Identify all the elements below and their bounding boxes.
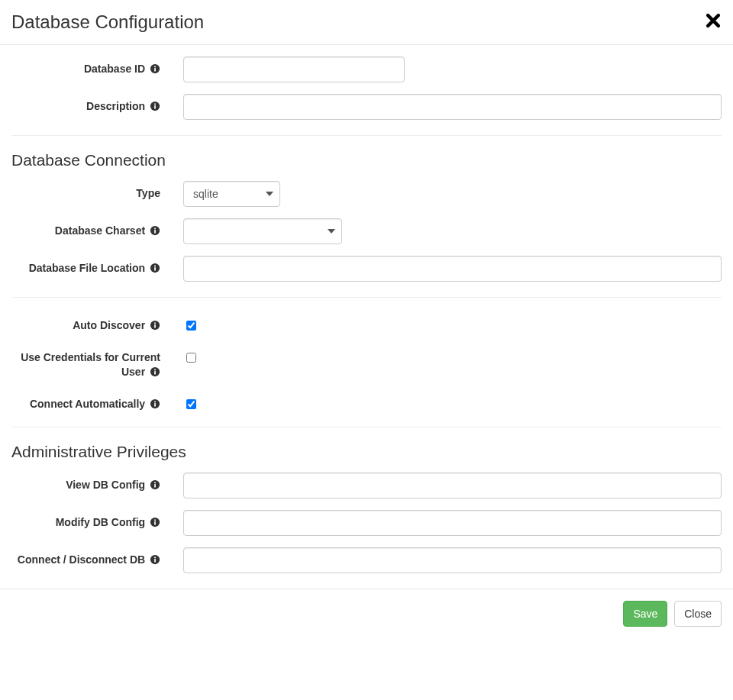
svg-rect-25: [154, 522, 156, 525]
svg-rect-14: [154, 323, 156, 324]
divider: [11, 135, 722, 136]
section-connection-title: Database Connection: [11, 151, 722, 169]
label-description: Description: [11, 94, 172, 115]
label-connect-db: Connect / Disconnect DB: [11, 547, 172, 568]
save-button[interactable]: Save: [623, 601, 667, 627]
svg-rect-26: [154, 520, 156, 521]
label-type-text: Type: [136, 187, 160, 199]
row-auto-discover: Auto Discover: [11, 313, 722, 334]
label-use-credentials: Use Credentials for Current User: [11, 345, 172, 380]
label-modify-config: Modify DB Config: [11, 510, 172, 531]
auto-discover-checkbox[interactable]: [186, 321, 196, 331]
label-file-location-text: Database File Location: [29, 262, 145, 274]
database-id-input[interactable]: [183, 56, 405, 82]
svg-rect-19: [154, 403, 156, 406]
row-file-location: Database File Location: [11, 256, 722, 282]
row-connect-db: Connect / Disconnect DB: [11, 547, 722, 573]
divider: [11, 427, 722, 427]
svg-rect-17: [154, 369, 156, 371]
row-connect-auto: Connect Automatically: [11, 392, 722, 412]
svg-rect-20: [154, 401, 156, 402]
svg-rect-2: [154, 66, 156, 68]
connect-db-input[interactable]: [183, 547, 722, 573]
label-description-text: Description: [86, 100, 145, 112]
label-view-config: View DB Config: [11, 473, 172, 493]
label-type: Type: [11, 181, 172, 202]
close-icon[interactable]: [705, 11, 722, 33]
label-use-credentials-text: Use Credentials for Current User: [21, 351, 160, 379]
svg-rect-4: [154, 105, 156, 108]
label-connect-db-text: Connect / Disconnect DB: [18, 553, 145, 566]
svg-rect-1: [154, 68, 156, 71]
label-charset-text: Database Charset: [55, 224, 145, 237]
connect-auto-checkbox[interactable]: [186, 399, 196, 409]
divider: [11, 297, 722, 298]
label-file-location: Database File Location: [11, 256, 172, 276]
label-auto-discover: Auto Discover: [11, 313, 172, 334]
use-credentials-checkbox[interactable]: [186, 353, 196, 363]
row-database-id: Database ID: [11, 56, 722, 82]
info-icon[interactable]: [150, 225, 160, 236]
row-view-config: View DB Config: [11, 473, 722, 498]
type-select[interactable]: sqlite: [183, 181, 280, 207]
label-view-config-text: View DB Config: [66, 479, 145, 491]
info-icon[interactable]: [150, 517, 160, 527]
svg-rect-5: [154, 104, 156, 105]
info-icon[interactable]: [150, 479, 160, 490]
row-type: Type sqlite: [11, 181, 722, 207]
svg-rect-8: [154, 228, 156, 230]
svg-rect-16: [154, 371, 156, 374]
label-database-id-text: Database ID: [84, 63, 145, 75]
row-description: Description: [11, 94, 722, 120]
label-charset: Database Charset: [11, 218, 172, 239]
label-database-id: Database ID: [11, 56, 172, 77]
svg-rect-10: [154, 267, 156, 270]
dialog-footer: Save Close: [0, 589, 733, 638]
file-location-input[interactable]: [183, 256, 722, 282]
svg-rect-29: [154, 557, 156, 559]
svg-rect-13: [154, 324, 156, 327]
view-config-input[interactable]: [183, 473, 722, 498]
charset-select[interactable]: [183, 218, 342, 244]
row-modify-config: Modify DB Config: [11, 510, 722, 536]
svg-rect-23: [154, 482, 156, 484]
label-modify-config-text: Modify DB Config: [56, 516, 145, 528]
info-icon[interactable]: [150, 63, 160, 74]
close-button[interactable]: Close: [674, 601, 722, 627]
label-connect-auto-text: Connect Automatically: [30, 398, 145, 410]
row-use-credentials: Use Credentials for Current User: [11, 345, 722, 380]
info-icon[interactable]: [150, 320, 160, 331]
svg-rect-11: [154, 266, 156, 267]
row-charset: Database Charset: [11, 218, 722, 244]
modify-config-input[interactable]: [183, 510, 722, 536]
info-icon[interactable]: [150, 263, 160, 273]
label-auto-discover-text: Auto Discover: [73, 319, 145, 331]
info-icon[interactable]: [150, 101, 160, 111]
section-privileges-title: Administrative Privileges: [11, 443, 722, 461]
description-input[interactable]: [183, 94, 722, 120]
dialog-header: Database Configuration: [0, 0, 733, 45]
svg-rect-22: [154, 485, 156, 488]
info-icon[interactable]: [150, 398, 160, 409]
label-connect-auto: Connect Automatically: [11, 392, 172, 412]
info-icon[interactable]: [150, 554, 160, 565]
info-icon[interactable]: [150, 366, 160, 377]
svg-rect-7: [154, 230, 156, 233]
svg-rect-28: [154, 560, 156, 563]
dialog-title: Database Configuration: [11, 11, 204, 33]
dialog-body: Database ID Description Database Connect…: [0, 45, 733, 573]
